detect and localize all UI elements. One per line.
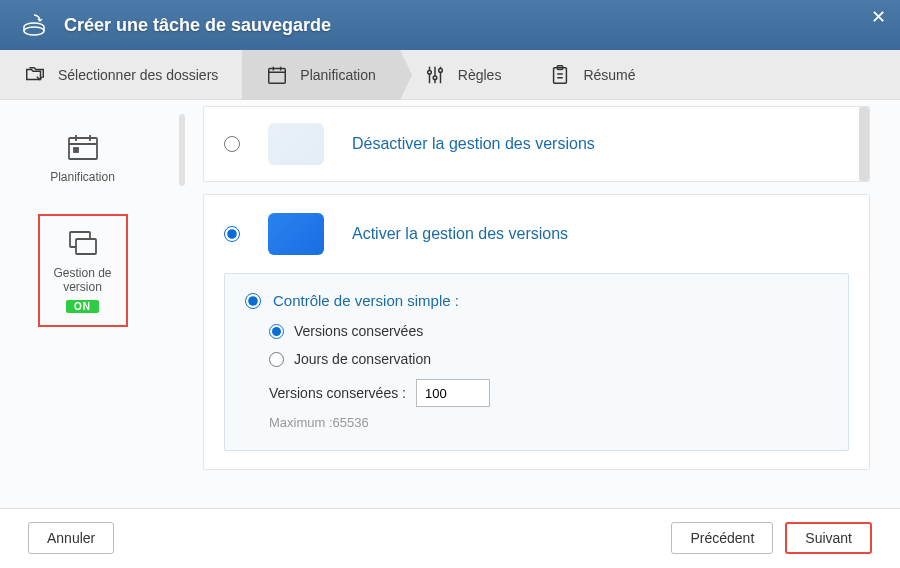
- svg-rect-1: [269, 68, 286, 83]
- svg-rect-10: [76, 239, 96, 254]
- radio-disable-versioning[interactable]: [224, 136, 240, 152]
- radio-versions-kept[interactable]: [269, 324, 284, 339]
- svg-rect-8: [74, 148, 78, 152]
- radio-enable-versioning[interactable]: [224, 226, 240, 242]
- previous-button[interactable]: Précédent: [671, 522, 773, 554]
- close-button[interactable]: ✕: [868, 10, 888, 30]
- versions-kept-input[interactable]: [416, 379, 490, 407]
- tab-summary[interactable]: Résumé: [525, 50, 659, 100]
- sidebar: Planification Gestion de version ON: [0, 100, 165, 508]
- sidebar-item-planification[interactable]: Planification: [38, 120, 128, 196]
- folder-enabled-icon: [268, 213, 324, 255]
- option-title: Désactiver la gestion des versions: [352, 135, 595, 153]
- calendar-icon: [66, 132, 100, 162]
- option-disable-versioning[interactable]: Désactiver la gestion des versions: [203, 106, 870, 182]
- option-title: Activer la gestion des versions: [352, 225, 568, 243]
- radio-days-kept[interactable]: [269, 352, 284, 367]
- tab-label: Résumé: [583, 67, 635, 83]
- footer: Annuler Précédent Suivant: [0, 508, 900, 566]
- radio-row-versions-kept[interactable]: Versions conservées: [269, 323, 828, 339]
- sliders-icon: [424, 64, 446, 86]
- folder-disabled-icon: [268, 123, 324, 165]
- radio-row-days-kept[interactable]: Jours de conservation: [269, 351, 828, 367]
- next-button[interactable]: Suivant: [785, 522, 872, 554]
- folders-icon: [24, 64, 46, 86]
- tab-label: Sélectionner des dossiers: [58, 67, 218, 83]
- radio-simple-version-control[interactable]: [245, 293, 261, 309]
- clipboard-icon: [549, 64, 571, 86]
- tab-select-folders[interactable]: Sélectionner des dossiers: [0, 50, 242, 100]
- versions-icon: [66, 228, 100, 258]
- sidebar-item-label: Gestion de version: [44, 266, 122, 294]
- wizard-tabs: Sélectionner des dossiers Planification …: [0, 50, 900, 100]
- svg-point-2: [427, 70, 431, 74]
- status-badge-on: ON: [66, 300, 99, 313]
- tab-label: Règles: [458, 67, 502, 83]
- scrollbar[interactable]: [179, 114, 185, 186]
- svg-point-3: [433, 75, 437, 79]
- calendar-icon: [266, 64, 288, 86]
- cancel-button[interactable]: Annuler: [28, 522, 114, 554]
- option-enable-versioning: Activer la gestion des versions Contrôle…: [203, 194, 870, 470]
- tab-rules[interactable]: Règles: [400, 50, 526, 100]
- tab-planification[interactable]: Planification: [242, 50, 400, 100]
- radio-label: Jours de conservation: [294, 351, 431, 367]
- backup-task-icon: [20, 11, 48, 39]
- radio-label: Versions conservées: [294, 323, 423, 339]
- sidebar-item-version-management[interactable]: Gestion de version ON: [38, 214, 128, 327]
- scrollbar[interactable]: [859, 107, 869, 181]
- sub-panel-title: Contrôle de version simple :: [273, 292, 459, 309]
- page-title: Créer une tâche de sauvegarde: [64, 15, 331, 36]
- sidebar-item-label: Planification: [50, 170, 115, 184]
- simple-version-panel: Contrôle de version simple : Versions co…: [224, 273, 849, 451]
- option-enable-row[interactable]: Activer la gestion des versions: [224, 213, 849, 255]
- field-label: Versions conservées :: [269, 385, 406, 401]
- svg-point-0: [24, 27, 44, 35]
- max-hint: Maximum :65536: [269, 415, 828, 430]
- tab-label: Planification: [300, 67, 376, 83]
- svg-point-4: [438, 68, 442, 72]
